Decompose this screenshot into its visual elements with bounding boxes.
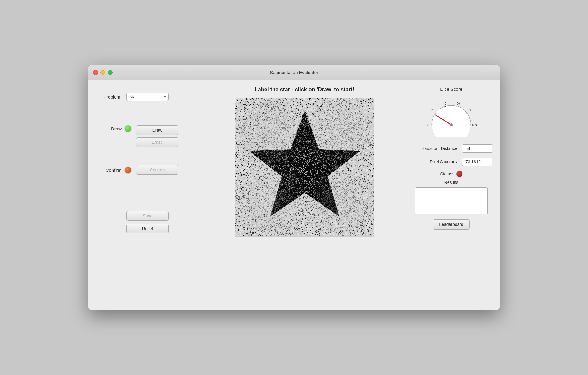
status-row: Status:: [410, 171, 492, 177]
svg-line-9: [457, 106, 457, 107]
confirm-button[interactable]: Confirm: [136, 165, 178, 175]
svg-text:20: 20: [431, 109, 435, 112]
status-indicator-dot: [456, 171, 462, 177]
dice-score-title: Dice Score: [440, 86, 462, 92]
pixel-accuracy-row: Pixel Accuracy: 73.1812: [410, 158, 492, 166]
hausdorff-row: Hausdorff Distance: Inf: [410, 144, 492, 153]
svg-point-5: [432, 105, 471, 137]
draw-indicator-dot: [125, 125, 131, 132]
draw-row: Draw Draw Erase: [97, 125, 197, 147]
svg-point-19: [450, 123, 453, 126]
star-canvas[interactable]: [235, 98, 374, 237]
problem-label: Problem:: [97, 94, 122, 99]
maximize-button[interactable]: [108, 70, 113, 75]
results-title: Results: [444, 180, 459, 185]
svg-text:40: 40: [443, 102, 446, 105]
save-button[interactable]: Save: [126, 211, 169, 221]
confirm-row: Confirm Confirm: [97, 165, 197, 175]
hausdorff-label: Hausdorff Distance:: [410, 146, 459, 151]
draw-button[interactable]: Draw: [136, 125, 178, 135]
svg-text:80: 80: [469, 109, 472, 112]
draw-label: Draw: [97, 126, 122, 131]
reset-button[interactable]: Reset: [126, 224, 169, 233]
problem-select-wrapper[interactable]: star circle rectangle triangle: [126, 93, 169, 101]
status-label: Status:: [440, 171, 453, 176]
gauge-svg: 0 20 40 60 80 100: [424, 95, 479, 137]
right-panel: Dice Score: [403, 80, 500, 310]
gauge-container: 0 20 40 60 80 100: [424, 95, 479, 137]
pixel-accuracy-label: Pixel Accuracy:: [410, 159, 459, 164]
window-title: Segmentation Evaluator: [270, 70, 318, 75]
left-panel: Problem: star circle rectangle triangle …: [88, 80, 206, 310]
results-box: [415, 187, 488, 214]
problem-select[interactable]: star circle rectangle triangle: [126, 93, 169, 101]
instruction-text: Label the star - click on 'Draw' to star…: [255, 86, 354, 93]
bottom-buttons: Save Reset: [97, 211, 197, 233]
svg-text:100: 100: [472, 124, 477, 127]
draw-buttons: Draw Erase: [136, 125, 178, 147]
svg-text:0: 0: [427, 124, 429, 127]
center-panel: Label the star - click on 'Draw' to star…: [206, 80, 403, 310]
minimize-button[interactable]: [100, 70, 105, 75]
pixel-accuracy-value: 73.1812: [462, 158, 492, 166]
problem-row: Problem: star circle rectangle triangle: [97, 93, 197, 101]
erase-button[interactable]: Erase: [136, 137, 178, 147]
leaderboard-button[interactable]: Leaderboard: [433, 219, 469, 230]
star-drawing-canvas[interactable]: [235, 98, 374, 236]
confirm-indicator-dot: [125, 167, 131, 173]
hausdorff-value: Inf: [462, 144, 492, 153]
traffic-lights: [93, 70, 113, 75]
svg-text:60: 60: [456, 102, 460, 105]
title-bar: Segmentation Evaluator: [88, 65, 500, 80]
confirm-label: Confirm: [97, 168, 122, 173]
close-button[interactable]: [93, 70, 98, 75]
main-window: Segmentation Evaluator Problem: star cir…: [88, 65, 500, 310]
window-body: Problem: star circle rectangle triangle …: [88, 80, 500, 310]
